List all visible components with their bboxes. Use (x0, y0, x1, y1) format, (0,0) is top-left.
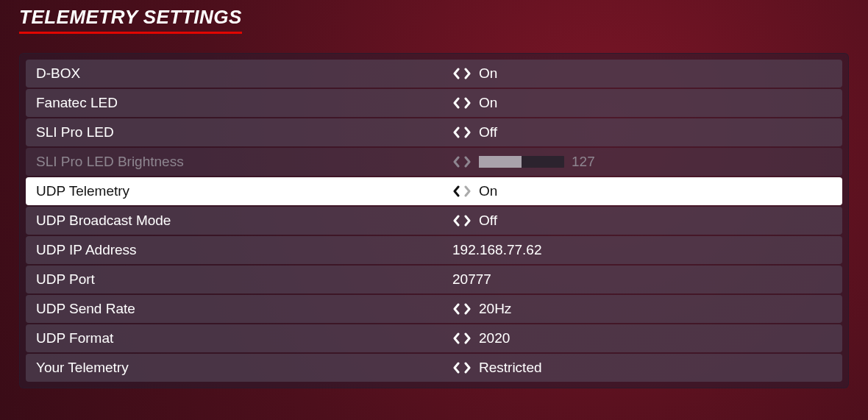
setting-value: 2020 (479, 330, 510, 346)
setting-control[interactable]: On (452, 95, 842, 111)
setting-control[interactable]: 20Hz (452, 301, 842, 317)
setting-control[interactable]: 20777 (452, 271, 842, 288)
chevron-left-icon[interactable] (452, 68, 461, 79)
setting-label: UDP Format (26, 330, 452, 346)
setting-label: SLI Pro LED Brightness (26, 154, 452, 170)
setting-control[interactable]: Restricted (452, 360, 842, 376)
setting-control[interactable]: 2020 (452, 330, 842, 346)
setting-value: 20Hz (479, 301, 511, 317)
setting-label: UDP IP Address (26, 242, 452, 258)
setting-row[interactable]: UDP Telemetry On (26, 177, 842, 205)
value-stepper[interactable] (452, 68, 472, 79)
setting-label: SLI Pro LED (26, 124, 452, 140)
setting-value: On (479, 95, 497, 111)
chevron-left-icon[interactable] (452, 215, 461, 227)
setting-label: UDP Telemetry (26, 183, 452, 199)
page-title: TELEMETRY SETTINGS (19, 6, 242, 34)
setting-control[interactable]: 192.168.77.62 (452, 242, 842, 258)
setting-row[interactable]: UDP Port20777 (26, 266, 842, 293)
chevron-right-icon[interactable] (463, 215, 472, 227)
chevron-right-icon[interactable] (463, 362, 472, 374)
value-stepper[interactable] (452, 303, 472, 315)
chevron-right-icon[interactable] (463, 127, 472, 138)
setting-row[interactable]: UDP Broadcast Mode Off (26, 207, 842, 235)
value-stepper[interactable] (452, 97, 472, 109)
chevron-right-icon[interactable] (463, 68, 472, 79)
setting-label: Fanatec LED (26, 95, 452, 111)
chevron-right-icon[interactable] (463, 332, 472, 344)
setting-value: 127 (572, 154, 595, 170)
chevron-right-icon[interactable] (463, 303, 472, 315)
setting-value: On (479, 65, 497, 82)
value-stepper[interactable] (452, 332, 472, 344)
setting-value: 20777 (452, 271, 491, 288)
value-stepper[interactable] (452, 215, 472, 227)
brightness-slider[interactable] (479, 156, 564, 168)
chevron-left-icon[interactable] (452, 362, 461, 374)
setting-value: Off (479, 124, 497, 140)
chevron-left-icon[interactable] (452, 332, 461, 344)
chevron-left-icon[interactable] (452, 127, 461, 138)
chevron-right-icon[interactable] (463, 156, 472, 168)
chevron-right-icon[interactable] (463, 97, 472, 109)
setting-value: 192.168.77.62 (452, 242, 542, 258)
setting-control[interactable]: Off (452, 124, 842, 140)
settings-panel: D-BOX OnFanatec LED OnSLI Pro LED OffSLI… (19, 53, 849, 388)
setting-control[interactable]: On (452, 183, 842, 199)
chevron-left-icon[interactable] (452, 97, 461, 109)
value-stepper[interactable] (452, 156, 472, 168)
setting-value: On (479, 183, 497, 199)
value-stepper[interactable] (452, 127, 472, 138)
setting-row[interactable]: SLI Pro LED Brightness 127 (26, 148, 842, 176)
chevron-right-icon[interactable] (463, 185, 472, 197)
setting-row[interactable]: UDP Send Rate 20Hz (26, 295, 842, 323)
chevron-left-icon[interactable] (452, 185, 461, 197)
setting-label: Your Telemetry (26, 360, 452, 376)
setting-value: Restricted (479, 360, 542, 376)
setting-value: Off (479, 213, 497, 229)
value-stepper[interactable] (452, 362, 472, 374)
setting-control[interactable]: Off (452, 213, 842, 229)
setting-row[interactable]: Your Telemetry Restricted (26, 354, 842, 382)
setting-label: D-BOX (26, 65, 452, 82)
value-stepper[interactable] (452, 185, 472, 197)
setting-label: UDP Send Rate (26, 301, 452, 317)
chevron-left-icon[interactable] (452, 156, 461, 168)
setting-row[interactable]: SLI Pro LED Off (26, 118, 842, 146)
setting-label: UDP Port (26, 271, 452, 288)
chevron-left-icon[interactable] (452, 303, 461, 315)
setting-row[interactable]: UDP Format 2020 (26, 324, 842, 352)
setting-row[interactable]: Fanatec LED On (26, 89, 842, 117)
setting-control[interactable]: 127 (452, 154, 842, 170)
setting-row[interactable]: UDP IP Address192.168.77.62 (26, 236, 842, 264)
setting-row[interactable]: D-BOX On (26, 60, 842, 88)
setting-control[interactable]: On (452, 65, 842, 82)
setting-label: UDP Broadcast Mode (26, 213, 452, 229)
